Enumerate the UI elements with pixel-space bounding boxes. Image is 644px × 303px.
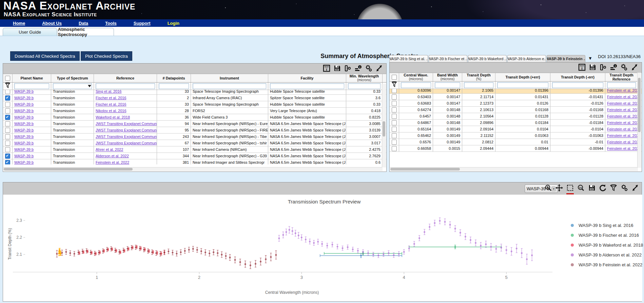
column-settings-icon[interactable] <box>599 64 607 71</box>
nav-link-login[interactable]: Login <box>168 21 179 26</box>
spectrum-tab[interactable]: WASP-39 b Sing et al. ... <box>389 55 428 62</box>
select-all-checkbox[interactable] <box>392 75 397 80</box>
reference-link[interactable]: JWST Transiting Exoplanet Communit <box>96 128 157 132</box>
row-checkbox[interactable] <box>392 146 397 151</box>
transit-depth-err--filter-input[interactable] <box>552 82 603 88</box>
planet-link[interactable]: WASP-39 b <box>14 96 34 100</box>
column-header-transit-depth-err-[interactable]: Transit Depth (+err) <box>495 73 550 81</box>
facility-filter-input[interactable] <box>270 83 344 89</box>
tabs-overflow-button[interactable]: ▼ <box>588 56 592 61</box>
spectrum-tab[interactable]: WASP-39 b Fischer et ... <box>429 55 467 62</box>
transmission-spectrum-plot[interactable]: Transmission Spectrum Preview123452.12.2… <box>3 195 642 301</box>
pan-icon[interactable] <box>555 184 563 193</box>
nav-link-home[interactable]: Home <box>13 21 25 26</box>
planet-link[interactable]: WASP-39 b <box>14 122 34 126</box>
reference-link[interactable]: Feinstein et al. 2022 <box>607 89 638 92</box>
row-checkbox[interactable] <box>5 160 10 165</box>
right-table-hscrollbar[interactable] <box>390 167 638 171</box>
planet-link[interactable]: WASP-39 b <box>14 141 34 145</box>
column-settings-icon[interactable] <box>344 65 351 72</box>
column-header-instrument[interactable]: Instrument <box>191 74 268 82</box>
reference-link[interactable]: Fischer et al. 2016 <box>96 102 126 106</box>
spectrum-tab[interactable]: WASP-39 b Alderson e... <box>507 55 546 62</box>
column-header-facility[interactable]: Facility <box>268 74 346 82</box>
reference-link[interactable]: Feinstein et al. 2022 <box>607 121 638 125</box>
plot-checked-spectra-button[interactable]: Plot Checked Spectra <box>81 51 132 61</box>
reference-link[interactable]: Feinstein et al. 2022 <box>607 140 638 144</box>
row-checkbox[interactable] <box>5 102 10 107</box>
left-table-hscrollbar[interactable] <box>3 167 383 171</box>
reference-link[interactable]: Nikolov et al. 2016 <box>96 109 126 113</box>
save-icon[interactable] <box>588 184 596 193</box>
reference-link[interactable]: Ahrer et al. 2022 <box>96 147 123 152</box>
legend-item[interactable]: WASP-39 b Sing et al. 2016 <box>571 220 643 230</box>
row-checkbox[interactable] <box>5 134 10 139</box>
row-checkbox[interactable] <box>5 115 10 120</box>
planet-link[interactable]: WASP-39 b <box>14 90 34 93</box>
row-checkbox[interactable] <box>392 101 397 106</box>
undo-icon[interactable] <box>599 184 606 193</box>
type-filter-dropdown-arrow[interactable] <box>88 85 91 87</box>
row-checkbox[interactable] <box>5 108 10 113</box>
spectrum-tab[interactable]: WASP-39 b Wakeford ... <box>468 55 507 62</box>
column-header-type-of-spectrum[interactable]: Type of Spectrum <box>51 74 94 82</box>
planet-link[interactable]: WASP-39 b <box>14 154 34 158</box>
legend-item[interactable]: WASP-39 b Fischer et al. 2016 <box>571 230 643 240</box>
column-header-min-wavelength[interactable]: Min. Wavelength(microns) <box>346 74 383 82</box>
row-checkbox[interactable] <box>5 90 10 94</box>
column-header-central-wave-[interactable]: Central Wave.(microns) <box>399 73 433 81</box>
zoom-in-icon[interactable] <box>545 184 552 193</box>
row-checkbox[interactable] <box>392 107 397 112</box>
column-header-transit-depth-err-[interactable]: Transit Depth (-err) <box>550 73 605 81</box>
zoom-reset-icon[interactable]: 1x <box>577 184 585 193</box>
nav-link-data[interactable]: Data <box>79 21 88 26</box>
planet-link[interactable]: WASP-39 b <box>14 115 34 119</box>
nav-link-support[interactable]: Support <box>134 21 151 26</box>
row-checkbox[interactable] <box>392 127 397 132</box>
planet-link[interactable]: WASP-39 b <box>14 135 34 139</box>
planet-link[interactable]: WASP-39 b <box>14 147 34 152</box>
reference-link[interactable]: Feinstein et al. 2022 <box>607 127 638 131</box>
tab-atmospheric-spectroscopy[interactable]: Atmospheric Spectroscopy <box>58 28 114 36</box>
transit-depth-reference-filter-input[interactable] <box>607 82 636 88</box>
transit-depth-err--filter-input[interactable] <box>497 82 548 88</box>
text-view-icon[interactable]: TEXTT <box>323 65 330 72</box>
right-table-vscrollbar[interactable] <box>637 73 641 168</box>
expand-icon[interactable] <box>375 65 383 72</box>
row-checkbox[interactable] <box>5 154 10 159</box>
row-checkbox[interactable] <box>5 121 10 126</box>
min-wavelength-filter-input[interactable] <box>348 83 380 89</box>
column-header-transit-depth-reference[interactable]: Transit Depth Reference <box>605 73 638 81</box>
instrument-filter-input[interactable] <box>193 83 266 89</box>
tab-user-guide[interactable]: User Guide <box>3 28 57 36</box>
info-icon[interactable]: i <box>354 65 362 72</box>
expand-icon[interactable] <box>631 184 639 193</box>
reference-link[interactable]: Fischer et al. 2016 <box>96 96 126 100</box>
transit-depth-filter-input[interactable] <box>464 82 493 88</box>
row-checkbox[interactable] <box>392 94 397 100</box>
nav-link-tools[interactable]: Tools <box>105 21 117 26</box>
reference-link[interactable]: Wakeford et al. 2018 <box>96 115 130 119</box>
reference-link[interactable]: JWST Transiting Exoplanet Communit <box>96 141 157 145</box>
band-width-filter-input[interactable] <box>435 82 460 88</box>
column-header-reference[interactable]: Reference <box>94 74 157 82</box>
settings-icon[interactable] <box>365 65 372 72</box>
reference-link[interactable]: Feinstein et al. 2022 <box>607 101 638 105</box>
info-icon[interactable]: i <box>610 64 617 71</box>
type-of-spectrum-filter-input[interactable] <box>53 83 92 89</box>
reference-link[interactable]: Feinstein et al. 2022 <box>607 133 638 138</box>
legend-item[interactable]: WASP-39 b Alderson et al. 2022 <box>571 250 643 260</box>
planet-name-filter-input[interactable] <box>14 83 49 89</box>
-datapoints-filter-input[interactable] <box>159 83 189 89</box>
reference-filter-input[interactable] <box>96 83 155 89</box>
reference-link[interactable]: Feinstein et al. 2022 <box>607 146 638 150</box>
central-wave--filter-input[interactable] <box>401 82 431 88</box>
planet-link[interactable]: WASP-39 b <box>14 128 34 132</box>
spectrum-tab[interactable]: WASP-39 b Feinstein ... <box>547 55 585 62</box>
download-all-checked-spectra-button[interactable]: Download All Checked Spectra <box>10 51 80 61</box>
column-header-band-width[interactable]: Band Width(microns) <box>433 73 462 81</box>
reference-link[interactable]: Feinstein et al. 2022 <box>607 95 638 99</box>
planet-link[interactable]: WASP-39 b <box>14 109 34 113</box>
row-checkbox[interactable] <box>5 128 10 133</box>
reference-link[interactable]: JWST Transiting Exoplanet Communit <box>96 135 157 139</box>
